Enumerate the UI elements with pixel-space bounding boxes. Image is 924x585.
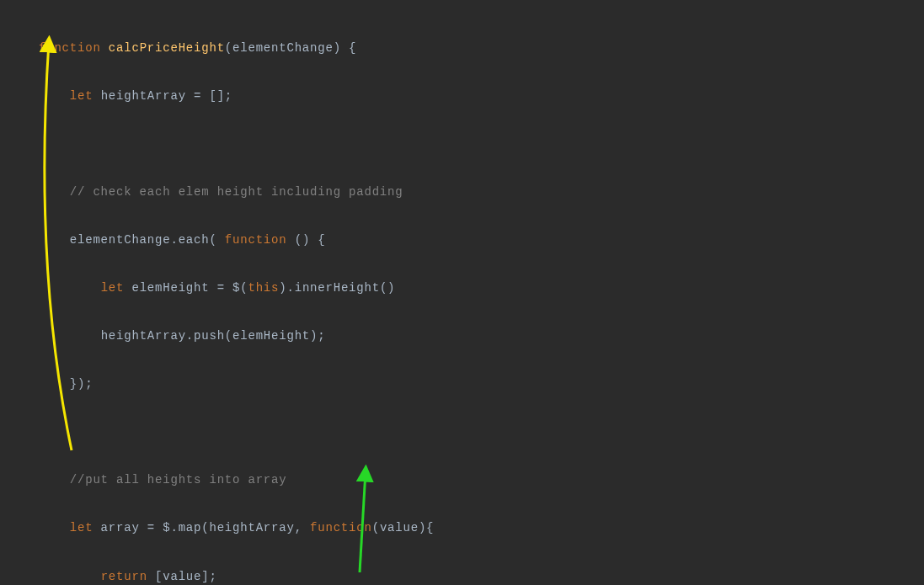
code-editor[interactable]: function calcPriceHeight(elementChange) … [0, 0, 924, 585]
var: elemHeight = $( [124, 281, 248, 295]
after: (value){ [372, 521, 435, 534]
function-name: calcPriceHeight [109, 41, 225, 55]
code-line: }); [39, 372, 924, 396]
code-line [39, 132, 924, 157]
keyword-return: return [101, 570, 147, 583]
code-line [39, 420, 924, 444]
code-line: elementChange.each( function () { [39, 228, 924, 253]
code-line: //put all heights into array [39, 468, 924, 492]
obj: elementChange [70, 233, 171, 247]
code-line: let elemHeight = $(this).innerHeight() [39, 276, 924, 300]
keyword-function: function [225, 233, 287, 247]
code-line: function calcPriceHeight(elementChange) … [39, 36, 924, 61]
keyword-this: this [248, 281, 279, 295]
code-line: heightArray.push(elemHeight); [39, 324, 924, 348]
rest: () { [286, 233, 325, 247]
rest: [value]; [147, 570, 217, 583]
keyword-function: function [39, 41, 101, 55]
var: heightArray [101, 89, 186, 103]
code-line: // check each elem height including padd… [39, 180, 924, 205]
param: elementChange [232, 41, 334, 55]
paren-brace: ) { [334, 41, 357, 55]
comment: //put all heights into array [70, 473, 287, 487]
code-line: let heightArray = []; [39, 84, 924, 109]
keyword-let: let [101, 281, 125, 295]
txt: heightArray.push(elemHeight); [101, 329, 326, 343]
dot-each: .each( [170, 233, 224, 247]
paren: ( [225, 41, 232, 55]
comment: // check each elem height including padd… [70, 185, 403, 199]
code-line: let array = $.map(heightArray, function(… [39, 516, 924, 540]
keyword-let: let [70, 521, 93, 534]
txt: }); [70, 377, 93, 391]
keyword-function: function [310, 521, 372, 534]
rest: = []; [186, 89, 232, 103]
code-line: return [value]; [39, 565, 924, 585]
before: array = $.map(heightArray, [93, 521, 310, 534]
keyword-let: let [70, 89, 93, 103]
after: ).innerHeight() [279, 281, 395, 295]
